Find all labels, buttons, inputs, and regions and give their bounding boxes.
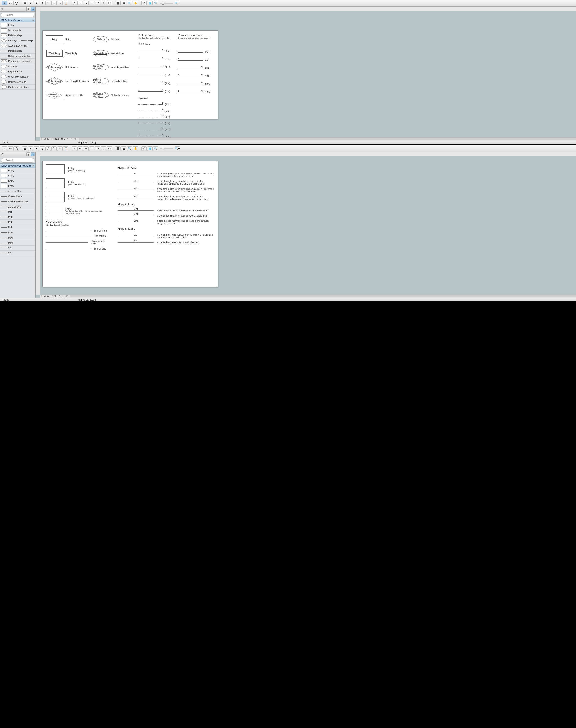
- print-button[interactable]: 🖨: [141, 146, 147, 151]
- grid-view-tab[interactable]: ▦: [26, 7, 30, 11]
- relationship-line[interactable]: 1:1: [118, 242, 154, 243]
- shape-item[interactable]: Multivalue attribute: [0, 85, 35, 90]
- ellipse-button[interactable]: ◯: [13, 146, 19, 151]
- zoom-stepper[interactable]: ⌃: [58, 295, 61, 298]
- shape-item[interactable]: M:M: [0, 235, 35, 240]
- pointer-button[interactable]: ↖: [2, 146, 7, 151]
- zoom-display[interactable]: 75%: [50, 295, 58, 298]
- zoom-out-icon[interactable]: 🔍: [153, 146, 159, 151]
- view-split-1[interactable]: ▯: [61, 295, 64, 298]
- shape-item[interactable]: Entity: [0, 178, 35, 183]
- shape-item[interactable]: One or More: [0, 194, 35, 199]
- page-first[interactable]: ‖: [40, 295, 43, 298]
- palette-header[interactable]: ERD, crow's foot notation ✕: [0, 163, 35, 168]
- connector-up-button[interactable]: ⬉: [34, 146, 39, 151]
- connector-cross-button[interactable]: ↯: [39, 1, 45, 5]
- zoom-in-button[interactable]: 🔍: [127, 146, 132, 151]
- shape-item[interactable]: Derived attribute: [0, 79, 35, 85]
- shape-item[interactable]: M:1: [0, 209, 35, 214]
- grid-view-tab[interactable]: ▦: [26, 152, 30, 156]
- search-input[interactable]: [1, 158, 34, 162]
- participation-line[interactable]: 11: [178, 60, 203, 60]
- shape-item[interactable]: Weak entity: [0, 28, 35, 33]
- zoom-slider[interactable]: [160, 3, 173, 4]
- connector-branch-button[interactable]: ⤷: [57, 1, 62, 5]
- diagram-shape[interactable]: AssociativeEntity: [46, 91, 63, 99]
- shape-item[interactable]: Entity: [0, 173, 35, 178]
- rect-button[interactable]: ▭: [8, 146, 13, 151]
- arrow-vh-button[interactable]: ⇅: [101, 146, 106, 151]
- ellipse-button[interactable]: ◯: [13, 1, 19, 5]
- shape-item[interactable]: Relationship: [0, 33, 35, 38]
- double-arrow-button[interactable]: ⇄: [95, 1, 100, 5]
- curve-button[interactable]: 〰: [78, 146, 83, 151]
- shape-item[interactable]: Key attribute: [0, 69, 35, 74]
- color-picker-button[interactable]: 💧: [147, 1, 152, 5]
- align-button[interactable]: ▦: [121, 1, 126, 5]
- shape-item[interactable]: M:M: [0, 240, 35, 245]
- hand-button[interactable]: ✋: [133, 1, 138, 5]
- arrow-vh-button[interactable]: ⇅: [101, 1, 106, 5]
- diagram-shape[interactable]: Entity: [46, 35, 63, 43]
- line-button[interactable]: ╱: [71, 146, 77, 151]
- zoom-in-small-button[interactable]: 🔍+: [175, 146, 180, 151]
- participation-line[interactable]: 1M: [138, 91, 163, 92]
- shape-item[interactable]: M:1: [0, 220, 35, 225]
- hscroll-track[interactable]: [79, 138, 576, 140]
- shape-item[interactable]: Recursive relationship: [0, 59, 35, 64]
- participation-line[interactable]: M: [138, 129, 163, 130]
- paste-button[interactable]: 📋: [63, 1, 68, 5]
- search-tab[interactable]: 🔍: [31, 152, 35, 156]
- view-split-1[interactable]: ▯: [70, 138, 73, 140]
- page-next[interactable]: ▶: [47, 138, 50, 140]
- connector-arc-button[interactable]: ⤵: [51, 146, 57, 151]
- relationship-line[interactable]: M:M: [118, 210, 154, 211]
- participation-line[interactable]: N: [178, 68, 203, 68]
- ungroup-button[interactable]: ⬛: [115, 1, 121, 5]
- diagram-shape[interactable]: Key attribute: [93, 50, 109, 56]
- align-button[interactable]: ▦: [121, 146, 126, 151]
- polyline-button[interactable]: ↝: [83, 1, 89, 5]
- shape-item[interactable]: Identifying relationship: [0, 38, 35, 43]
- zoom-in-button[interactable]: 🔍: [127, 1, 132, 5]
- page-next[interactable]: ▶: [47, 295, 50, 298]
- ungroup-button[interactable]: ⬛: [115, 146, 121, 151]
- diagram-shape[interactable]: Weak key attribute: [93, 64, 109, 70]
- shape-item[interactable]: Entity: [0, 168, 35, 173]
- participation-line[interactable]: 1: [178, 52, 203, 52]
- table-button[interactable]: ▦: [22, 146, 27, 151]
- shape-item[interactable]: Weak key attribute: [0, 74, 35, 79]
- diagram-shape[interactable]: Relationship: [46, 63, 63, 71]
- shape-item[interactable]: Zero or More: [0, 189, 35, 194]
- close-icon[interactable]: ✕: [32, 19, 34, 22]
- close-icon[interactable]: ✕: [32, 164, 34, 167]
- color-picker-button[interactable]: 💧: [147, 146, 152, 151]
- diagram-shape[interactable]: Weak Entity: [46, 49, 63, 57]
- shape-item[interactable]: M:M: [0, 230, 35, 235]
- page-prev[interactable]: ◀: [43, 138, 47, 140]
- zoom-in-small-button[interactable]: 🔍+: [175, 1, 180, 5]
- paste-button[interactable]: 📋: [63, 146, 68, 151]
- connector-cross-button[interactable]: ↯: [39, 146, 45, 151]
- rect-button[interactable]: ▭: [8, 1, 13, 5]
- shape-item[interactable]: Participation: [0, 48, 35, 54]
- search-input[interactable]: [1, 12, 34, 17]
- connector-right-button[interactable]: ⬈: [28, 146, 33, 151]
- view-split-2[interactable]: ▯▯: [64, 295, 69, 298]
- relationship-line[interactable]: M:1: [118, 190, 154, 190]
- relationship-line[interactable]: 1:1: [118, 236, 154, 236]
- relationship-line[interactable]: [46, 242, 88, 243]
- participation-line[interactable]: 1M: [138, 136, 163, 136]
- diagram-shape[interactable]: Attribute: [93, 36, 109, 42]
- shape-item[interactable]: 1:1: [0, 245, 35, 251]
- hand-button[interactable]: ✋: [133, 146, 138, 151]
- diagram-page[interactable]: Entity(with no attributes)Entity(with at…: [42, 161, 218, 287]
- tree-icon[interactable]: ⌬: [0, 7, 4, 11]
- entity-shape[interactable]: [46, 164, 64, 174]
- shape-item[interactable]: Attribute: [0, 64, 35, 69]
- arrow-h-button[interactable]: ↔: [89, 1, 94, 5]
- zoom-slider[interactable]: [160, 148, 173, 149]
- diagram-shape[interactable]: Derived attribute: [93, 78, 109, 84]
- canvas[interactable]: Entity(with no attributes)Entity(with at…: [35, 152, 576, 298]
- participation-line[interactable]: 1N: [178, 76, 203, 76]
